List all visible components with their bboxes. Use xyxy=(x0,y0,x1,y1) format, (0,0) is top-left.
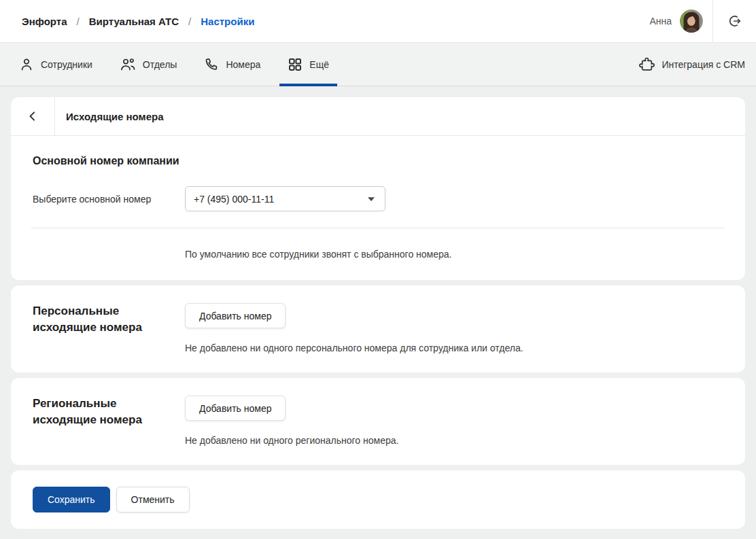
tab-label: Отделы xyxy=(143,59,177,70)
personal-numbers-heading: Персональные исходящие номера xyxy=(33,303,185,336)
section-heading-block: Персональные исходящие номера xyxy=(33,303,185,353)
people-icon xyxy=(120,57,136,72)
user-block: Анна xyxy=(649,0,712,42)
card-regional-numbers: Региональные исходящие номера Добавить н… xyxy=(11,378,745,465)
heading-line: исходящие номера xyxy=(33,319,185,336)
main-content: Исходящие номера Основной номер компании… xyxy=(0,86,756,539)
card-body: Основной номер компании Выберите основно… xyxy=(11,155,745,260)
select-label: Выберите основной номер xyxy=(33,194,185,205)
main-number-help-text: По умолчанию все сотрудники звонят с выб… xyxy=(185,249,723,260)
cancel-button[interactable]: Отменить xyxy=(116,487,190,512)
breadcrumb-separator: / xyxy=(188,16,191,27)
phone-icon xyxy=(204,57,219,72)
heading-line: Персональные xyxy=(33,303,185,319)
section-heading-block: Региональные исходящие номера xyxy=(33,396,185,446)
user-name: Анна xyxy=(649,16,672,27)
heading-line: Региональные xyxy=(33,396,185,412)
personal-numbers-empty-text: Не добавлено ни одного персонального ном… xyxy=(185,343,734,353)
tab-bar: Сотрудники Отделы Номера xyxy=(0,43,756,86)
regional-numbers-heading: Региональные исходящие номера xyxy=(33,396,185,428)
tab-label: Номера xyxy=(226,59,260,70)
add-regional-number-button[interactable]: Добавить номер xyxy=(185,396,286,421)
person-icon xyxy=(19,57,34,72)
card-main-number: Исходящие номера Основной номер компании… xyxy=(11,97,745,280)
grid-icon xyxy=(288,57,303,72)
breadcrumb-enforta[interactable]: Энфорта xyxy=(22,16,67,27)
logout-icon xyxy=(727,13,743,29)
breadcrumb-settings[interactable]: Настройки xyxy=(201,16,254,27)
caret-down-icon xyxy=(367,196,375,202)
tab-more[interactable]: Ещё xyxy=(279,43,337,86)
tab-label: Ещё xyxy=(309,59,329,70)
page-title: Исходящие номера xyxy=(66,111,164,122)
card-header: Исходящие номера xyxy=(11,97,745,136)
tab-crm-integration[interactable]: Интеграция с CRM xyxy=(630,43,753,86)
regional-numbers-empty-text: Не добавлено ни одного регионального ном… xyxy=(185,435,734,446)
card-actions: Сохранить Отменить xyxy=(11,470,745,529)
tab-label: Интеграция с CRM xyxy=(662,59,745,70)
add-personal-number-button[interactable]: Добавить номер xyxy=(185,303,286,328)
breadcrumb-virtual-pbx[interactable]: Виртуальная АТС xyxy=(89,16,179,27)
back-button[interactable] xyxy=(11,97,55,135)
tab-employees[interactable]: Сотрудники xyxy=(11,43,101,86)
section-content: Добавить номер Не добавлено ни одного ре… xyxy=(185,396,734,446)
logout-button[interactable] xyxy=(712,0,756,42)
section-content: Добавить номер Не добавлено ни одного пе… xyxy=(185,303,734,353)
tab-departments[interactable]: Отделы xyxy=(111,43,186,86)
divider xyxy=(31,228,725,228)
tab-label: Сотрудники xyxy=(41,59,92,70)
main-number-heading: Основной номер компании xyxy=(33,155,734,167)
back-chevron-icon xyxy=(25,109,40,124)
top-header: Энфорта / Виртуальная АТС / Настройки Ан… xyxy=(0,0,756,43)
card-personal-numbers: Персональные исходящие номера Добавить н… xyxy=(11,285,745,372)
heading-line: исходящие номера xyxy=(33,412,185,428)
tab-numbers[interactable]: Номера xyxy=(196,43,269,86)
breadcrumb: Энфорта / Виртуальная АТС / Настройки xyxy=(0,0,649,42)
app-window: Энфорта / Виртуальная АТС / Настройки Ан… xyxy=(0,0,756,539)
avatar[interactable] xyxy=(680,10,703,33)
select-value: +7 (495) 000-11-11 xyxy=(194,194,274,205)
puzzle-icon xyxy=(638,56,655,73)
main-number-row: Выберите основной номер +7 (495) 000-11-… xyxy=(22,186,734,211)
save-button[interactable]: Сохранить xyxy=(33,487,110,512)
active-tab-underline xyxy=(279,84,337,86)
breadcrumb-separator: / xyxy=(76,16,79,27)
main-number-select[interactable]: +7 (495) 000-11-11 xyxy=(185,186,385,211)
